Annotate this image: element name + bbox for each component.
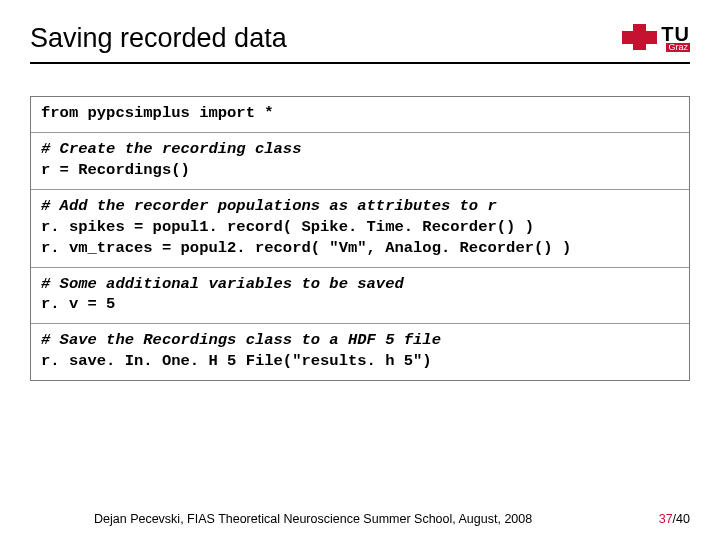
code-comment: # Create the recording class (41, 139, 679, 160)
page-total: 40 (676, 512, 690, 526)
code-comment: # Some additional variables to be saved (41, 274, 679, 295)
page-title: Saving recorded data (30, 23, 287, 54)
code-row: from pypcsimplus import * (31, 97, 689, 133)
page-number: 37/40 (659, 512, 690, 526)
footer: Dejan Pecevski, FIAS Theoretical Neurosc… (30, 512, 690, 526)
header-divider (30, 62, 690, 64)
logo-graz: Graz (666, 43, 690, 52)
logo-tu: TU (661, 24, 690, 44)
code-row: # Save the Recordings class to a HDF 5 f… (31, 324, 689, 380)
code-line: r. vm_traces = popul2. record( "Vm", Ana… (41, 238, 679, 259)
code-comment: # Add the recorder populations as attrib… (41, 196, 679, 217)
code-row: # Some additional variables to be saved … (31, 268, 689, 325)
code-line: r. v = 5 (41, 294, 679, 315)
slide: Saving recorded data TU Graz from pypcsi… (0, 0, 720, 540)
code-line: r. save. In. One. H 5 File("results. h 5… (41, 351, 679, 372)
logo: TU Graz (615, 24, 690, 52)
logo-squares-icon (615, 24, 657, 52)
page-current: 37 (659, 512, 673, 526)
footer-text: Dejan Pecevski, FIAS Theoretical Neurosc… (94, 512, 532, 526)
code-line: r = Recordings() (41, 160, 679, 181)
code-line: from pypcsimplus import * (41, 103, 679, 124)
code-block: from pypcsimplus import * # Create the r… (30, 96, 690, 381)
code-line: r. spikes = popul1. record( Spike. Time.… (41, 217, 679, 238)
code-row: # Create the recording class r = Recordi… (31, 133, 689, 190)
header: Saving recorded data TU Graz (30, 14, 690, 62)
code-comment: # Save the Recordings class to a HDF 5 f… (41, 330, 679, 351)
code-row: # Add the recorder populations as attrib… (31, 190, 689, 268)
logo-text: TU Graz (661, 24, 690, 52)
